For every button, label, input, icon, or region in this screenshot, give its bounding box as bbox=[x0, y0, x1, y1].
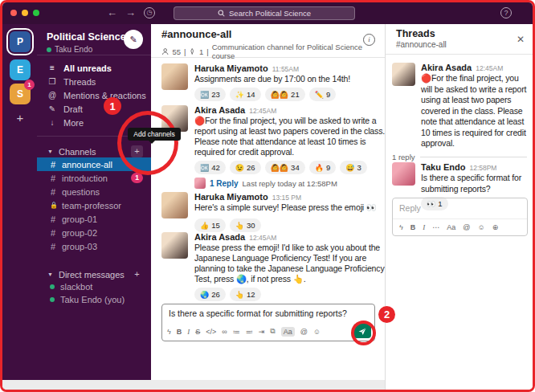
channel-item-introduction[interactable]: #introduction1 bbox=[37, 171, 151, 185]
dm-section-header[interactable]: ▼ Direct messages + bbox=[37, 267, 151, 281]
annotation-step-1-badge: 1 bbox=[104, 97, 121, 115]
reply-input[interactable]: Reply bbox=[393, 198, 527, 218]
hash-icon: # bbox=[50, 174, 56, 183]
channel-item-questions[interactable]: #questions bbox=[37, 185, 151, 198]
reaction-pill[interactable]: 👆30 bbox=[230, 218, 261, 232]
reaction-pill[interactable]: 👆12 bbox=[230, 288, 261, 301]
emoji-icon[interactable]: ☺ bbox=[477, 223, 484, 231]
workspace-tile-political-science[interactable]: P bbox=[10, 31, 31, 52]
channel-item-team-professor[interactable]: 🔒team-professor bbox=[37, 198, 151, 212]
channel-item-group-02[interactable]: #group-02 bbox=[37, 226, 151, 239]
reaction-pill[interactable]: 🌏26 bbox=[194, 288, 226, 301]
channel-topic[interactable]: Communication channel for Political Scie… bbox=[212, 43, 377, 60]
sidebar-item-mentions[interactable]: @Mentions & reactions bbox=[37, 88, 151, 102]
reaction-pill[interactable]: 🆗23 bbox=[194, 88, 226, 101]
more-formatting-icon[interactable]: ⋯ bbox=[432, 223, 439, 231]
help-icon[interactable]: ? bbox=[500, 7, 512, 18]
message-composer[interactable]: Is there a specific format for submittin… bbox=[161, 304, 375, 341]
reaction-emoji: 🙆🙆 bbox=[271, 91, 288, 99]
reply-toolbar: ϟ B I ⋯ Aa @ ☺ ⊕ bbox=[393, 218, 527, 235]
minimize-window-button[interactable] bbox=[22, 10, 28, 16]
dm-list: slackbot Taku Endo (you) bbox=[37, 280, 151, 306]
dm-item-slackbot[interactable]: slackbot bbox=[37, 280, 151, 293]
message-author[interactable]: Haruka Miyamoto bbox=[194, 192, 268, 202]
strikethrough-icon[interactable]: S bbox=[195, 328, 200, 336]
avatar[interactable] bbox=[161, 63, 188, 90]
code-block-icon[interactable]: ⧉ bbox=[270, 327, 275, 336]
reaction-pill[interactable]: 🔥9 bbox=[309, 161, 337, 174]
search-input[interactable]: Search Political Science bbox=[174, 6, 355, 20]
close-window-button[interactable] bbox=[10, 10, 17, 16]
pinned-count[interactable]: 1 bbox=[199, 47, 203, 56]
reaction-pill[interactable]: 🙆🙆21 bbox=[265, 88, 305, 101]
message-author[interactable]: Akira Asada bbox=[421, 63, 472, 72]
format-toggle-icon[interactable]: Aa bbox=[447, 223, 455, 231]
reaction-emoji: 👍 bbox=[200, 222, 209, 230]
channel-item-group-03[interactable]: #group-03 bbox=[37, 239, 151, 253]
history-clock-icon[interactable]: ◷ bbox=[144, 7, 155, 18]
ordered-list-icon[interactable]: ≔ bbox=[233, 328, 240, 336]
message-text: 🔴For the final project, you will be aske… bbox=[194, 116, 387, 157]
mention-icon[interactable]: @ bbox=[463, 223, 470, 231]
message-author[interactable]: Taku Endo bbox=[421, 162, 465, 172]
info-icon[interactable]: i bbox=[363, 34, 375, 46]
italic-icon[interactable]: I bbox=[187, 328, 190, 336]
reply-count-divider: 1 reply bbox=[392, 153, 527, 161]
mention-icon[interactable]: @ bbox=[300, 328, 308, 336]
message-author[interactable]: Akira Asada bbox=[194, 105, 245, 115]
bulleted-list-icon[interactable]: ≕ bbox=[246, 328, 253, 336]
avatar[interactable] bbox=[392, 162, 415, 186]
history-back-icon[interactable]: ← bbox=[107, 6, 117, 18]
sidebar-item-all-unreads[interactable]: ≡All unreads bbox=[37, 61, 151, 75]
reaction-pill[interactable]: ✨14 bbox=[230, 88, 261, 101]
collapse-icon[interactable]: ▼ bbox=[47, 149, 53, 154]
workspace-tile-e[interactable]: E bbox=[10, 59, 31, 80]
bold-icon[interactable]: B bbox=[410, 223, 416, 231]
avatar[interactable] bbox=[161, 232, 188, 259]
channel-view: #announce-all 55 | 1 | Communication cha… bbox=[151, 24, 385, 380]
threads-channel[interactable]: #announce-all bbox=[396, 40, 525, 49]
channel-title[interactable]: #announce-all bbox=[161, 28, 377, 40]
hash-icon: # bbox=[50, 242, 56, 251]
reaction-pill[interactable]: 😅3 bbox=[340, 161, 367, 174]
shortcuts-icon[interactable]: ϟ bbox=[399, 223, 403, 231]
search-icon bbox=[218, 10, 225, 17]
message-author[interactable]: Akira Asada bbox=[194, 232, 245, 242]
reaction-pill[interactable]: 🆗42 bbox=[194, 161, 226, 174]
emoji-icon[interactable]: ☺ bbox=[313, 328, 321, 336]
reaction-pill[interactable]: 🙆🙆34 bbox=[265, 161, 305, 174]
message-author[interactable]: Haruka Miyamoto bbox=[194, 63, 268, 73]
history-forward-icon[interactable]: → bbox=[125, 6, 136, 18]
link-icon[interactable]: ∞ bbox=[222, 328, 227, 336]
shortcuts-icon[interactable]: ϟ bbox=[167, 328, 171, 336]
add-workspace-button[interactable]: + bbox=[10, 107, 31, 128]
reaction-pill[interactable]: 😉26 bbox=[230, 161, 261, 174]
reaction-pill[interactable]: ✏️9 bbox=[309, 88, 337, 101]
italic-icon[interactable]: I bbox=[423, 223, 425, 231]
workspace-tile-s[interactable]: S 1 bbox=[10, 84, 31, 104]
new-message-button[interactable]: ✎ bbox=[124, 30, 143, 49]
thread-replies-link[interactable]: 1 Reply bbox=[210, 179, 239, 188]
attach-icon[interactable]: ⊕ bbox=[492, 223, 499, 231]
close-icon[interactable]: ✕ bbox=[517, 34, 525, 45]
workspace-header[interactable]: Political Science▾ Taku Endo ✎ bbox=[37, 24, 151, 55]
add-dm-button[interactable]: + bbox=[131, 268, 143, 280]
collapse-icon[interactable]: ▼ bbox=[47, 272, 53, 277]
avatar[interactable] bbox=[392, 63, 415, 86]
dm-item-taku-endo[interactable]: Taku Endo (you) bbox=[37, 293, 151, 306]
reaction-pill[interactable]: 👍15 bbox=[194, 218, 226, 232]
format-toggle-icon[interactable]: Aa bbox=[281, 327, 295, 337]
message: Haruka Miyamoto11:55AM Assignments are d… bbox=[161, 63, 378, 101]
message-input[interactable]: Is there a specific format for submittin… bbox=[162, 304, 374, 318]
member-count[interactable]: 55 bbox=[172, 47, 181, 56]
thread-summary[interactable]: 1 Reply Last reply today at 12:58PM bbox=[194, 178, 378, 189]
avatar[interactable] bbox=[161, 192, 188, 218]
annotation-circle-1 bbox=[117, 111, 178, 175]
blockquote-icon[interactable]: ⇥ bbox=[259, 328, 265, 336]
bold-icon[interactable]: B bbox=[177, 328, 182, 336]
zoom-window-button[interactable] bbox=[33, 10, 39, 16]
reply-composer[interactable]: Reply ϟ B I ⋯ Aa @ ☺ ⊕ bbox=[392, 198, 528, 236]
sidebar-item-threads[interactable]: ❐Threads bbox=[37, 75, 151, 88]
code-icon[interactable]: </> bbox=[206, 328, 216, 336]
channel-item-group-01[interactable]: #group-01 bbox=[37, 212, 151, 226]
